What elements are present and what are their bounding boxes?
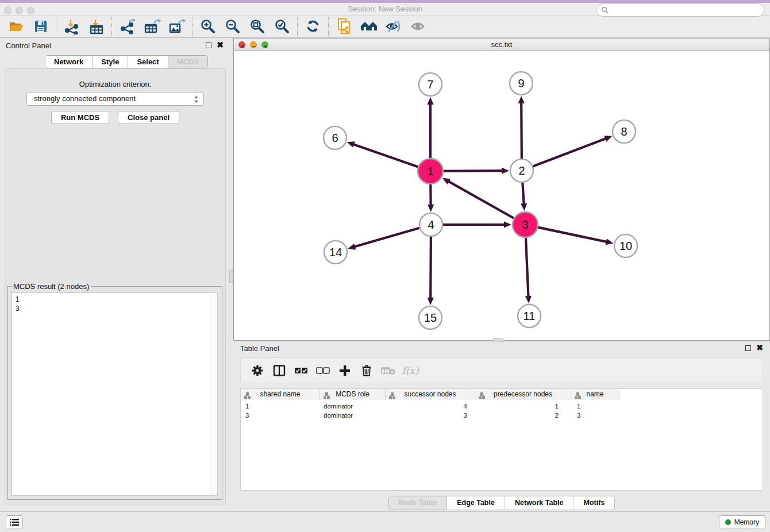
first-neighbors-button[interactable]: [356, 16, 381, 37]
new-network-from-selection-button[interactable]: [332, 16, 356, 37]
select-all-button[interactable]: [290, 361, 312, 380]
graph-node-label: 4: [428, 218, 434, 231]
tab-network-table[interactable]: Network Table: [505, 496, 573, 510]
tab-node-table[interactable]: Node Table: [389, 496, 446, 510]
table-cell[interactable]: dominator: [320, 411, 386, 420]
export-network-button[interactable]: [115, 16, 140, 37]
mcds-panel: Optimization criterion: strongly connect…: [5, 68, 226, 504]
memory-button[interactable]: Memory: [719, 515, 765, 529]
graph-edge[interactable]: [526, 225, 607, 242]
table-cell[interactable]: 1: [241, 402, 320, 411]
delete-column-button[interactable]: [356, 361, 378, 380]
tab-motifs[interactable]: Motifs: [573, 496, 614, 510]
table-settings-button[interactable]: [247, 361, 268, 380]
show-all-button[interactable]: [406, 16, 430, 37]
tab-network[interactable]: Network: [45, 56, 92, 68]
task-history-button[interactable]: [6, 515, 23, 529]
unselect-all-button[interactable]: [312, 361, 334, 380]
column-type-icon: [479, 391, 485, 402]
graph-node-label: 9: [518, 77, 524, 90]
hide-selected-button[interactable]: [381, 16, 406, 37]
list-icon: [10, 518, 19, 526]
network-canvas[interactable]: 7968124314101511: [234, 51, 769, 340]
graph-edge-arrowhead: [504, 221, 511, 228]
tab-mcds[interactable]: MCDS: [168, 56, 207, 68]
graph-edge-arrowhead: [606, 238, 614, 245]
graph-edge[interactable]: [448, 181, 524, 224]
graph-edge-arrowhead: [518, 96, 525, 103]
gear-icon: [251, 364, 264, 377]
network-window-titlebar[interactable]: scc.txt: [234, 38, 769, 51]
export-table-button[interactable]: [140, 16, 164, 37]
delete-table-icon: [381, 365, 396, 376]
column-header-name[interactable]: name: [571, 389, 619, 400]
table-cell[interactable]: 3: [386, 411, 475, 420]
table-cell[interactable]: 1: [475, 402, 571, 411]
panel-mode-button[interactable]: [268, 361, 290, 380]
column-header-shared-name[interactable]: shared name: [241, 389, 320, 400]
column-header-successor-nodes[interactable]: successor nodes: [386, 389, 475, 400]
table-cell[interactable]: 3: [571, 411, 619, 420]
refresh-icon: [305, 18, 321, 34]
mcds-result-legend: MCDS result (2 nodes): [11, 282, 91, 291]
column-header-label: MCDS role: [336, 390, 369, 398]
tab-select[interactable]: Select: [128, 56, 167, 68]
graph-node-label: 1: [427, 165, 433, 178]
add-column-button[interactable]: [334, 361, 356, 380]
column-header-label: successor nodes: [404, 390, 456, 398]
table-cell[interactable]: 1: [571, 402, 619, 411]
unchecked-boxes-icon: [316, 367, 330, 375]
zoom-in-button[interactable]: [195, 16, 220, 37]
tab-style[interactable]: Style: [92, 56, 128, 68]
close-panel-button[interactable]: Close panel: [118, 111, 179, 124]
checked-boxes-icon: [294, 367, 308, 375]
search-input[interactable]: [609, 4, 764, 16]
refresh-button[interactable]: [301, 16, 325, 37]
table-row[interactable]: 3dominator323: [241, 411, 619, 420]
import-network-button[interactable]: [59, 16, 84, 37]
zoom-fit-button[interactable]: [245, 16, 270, 37]
mcds-result-item: 3: [16, 304, 217, 313]
graph-edge[interactable]: [354, 225, 430, 247]
column-header-predecessor-nodes[interactable]: predecessor nodes: [475, 389, 571, 400]
column-header-label: predecessor nodes: [494, 390, 552, 398]
import-table-button[interactable]: [84, 16, 109, 37]
trash-icon: [361, 364, 372, 377]
zoom-out-button[interactable]: [220, 16, 245, 37]
import-network-icon: [64, 18, 80, 34]
table-cell[interactable]: 2: [475, 411, 571, 420]
table-panel-float-button[interactable]: [745, 345, 751, 351]
save-session-button[interactable]: [28, 16, 53, 37]
table-cell[interactable]: 4: [386, 402, 475, 411]
table-panel-title: Table Panel: [240, 344, 279, 353]
table-cell[interactable]: 3: [241, 411, 320, 420]
graph-node-label: 14: [329, 246, 342, 259]
network-graph: 7968124314101511: [234, 51, 769, 341]
table-panel-close-button[interactable]: ✖: [756, 343, 763, 352]
export-image-button[interactable]: [164, 16, 189, 37]
table-cell[interactable]: dominator: [320, 402, 386, 411]
graph-edge[interactable]: [523, 138, 606, 171]
graph-node-label: 7: [427, 78, 433, 91]
result-scrollbar[interactable]: [210, 293, 217, 495]
mcds-result-group: MCDS result (2 nodes) 1 3: [7, 282, 222, 500]
graph-node-label: 3: [522, 218, 528, 231]
toolbar-separator: [56, 17, 56, 36]
control-panel-close-button[interactable]: ✖: [217, 40, 224, 49]
toolbar-separator: [297, 17, 298, 36]
node-table[interactable]: shared nameMCDS rolesuccessor nodesprede…: [240, 388, 763, 491]
horizontal-split-handle[interactable]: [493, 338, 503, 342]
search-field[interactable]: [596, 3, 764, 17]
column-header-label: name: [586, 390, 603, 398]
tab-edge-table[interactable]: Edge Table: [446, 496, 505, 510]
graph-edge-arrowhead: [521, 203, 527, 211]
column-header-MCDS-role[interactable]: MCDS role: [320, 389, 386, 400]
mcds-result-list[interactable]: 1 3: [11, 292, 218, 496]
table-row[interactable]: 1dominator411: [241, 402, 619, 411]
run-mcds-button[interactable]: Run MCDS: [51, 111, 109, 124]
criterion-dropdown[interactable]: strongly connected component: [26, 92, 204, 106]
column-type-icon: [389, 391, 395, 402]
control-panel-float-button[interactable]: [206, 43, 211, 48]
zoom-selected-button[interactable]: [270, 16, 294, 37]
open-session-button[interactable]: [3, 16, 28, 37]
